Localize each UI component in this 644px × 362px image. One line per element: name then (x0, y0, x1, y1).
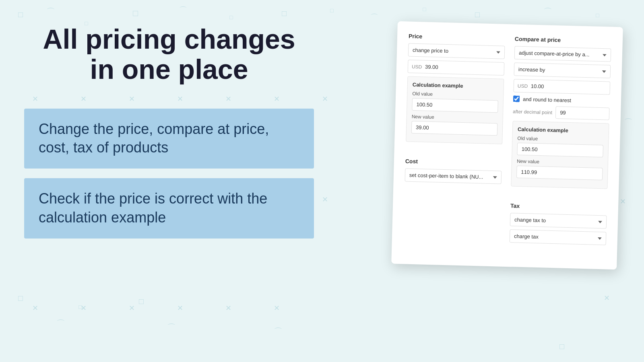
deco-cross-7: ✕ (322, 95, 328, 103)
price-calc-title: Calculation example (413, 82, 499, 90)
price-new-value[interactable] (411, 121, 498, 136)
deco-cross-19: ✕ (225, 304, 231, 313)
price-calc-section: Calculation example Old value New value (406, 76, 504, 144)
feature-box-2: Check if the price is correct with the c… (24, 178, 314, 239)
after-decimal-label: after decimal point (513, 109, 552, 115)
tax-section: Tax change tax to charge tax (509, 202, 607, 248)
deco-cross-15: ✕ (32, 304, 38, 313)
feature-text-2: Check if the price is correct with the c… (39, 189, 299, 227)
hero-title: All pricing changes in one place (24, 24, 314, 84)
price-new-label: New value (412, 114, 498, 122)
compare-amount-wrapper: USD (513, 79, 610, 95)
price-old-label: Old value (412, 91, 498, 99)
pricing-panel: Price change price to USD Calculation ex… (391, 21, 623, 269)
price-action-select[interactable]: change price to (408, 43, 505, 59)
feature-text-1: Change the price, compare at price, cost… (39, 120, 299, 158)
change-tax-select[interactable]: change tax to (510, 213, 607, 228)
price-section-title: Price (409, 33, 505, 41)
deco-square-sm-5: □ (596, 12, 599, 19)
round-row: and round to nearest (513, 95, 610, 104)
round-label: and round to nearest (523, 96, 571, 103)
compare-calc-title: Calculation example (518, 126, 604, 135)
compare-sub-select[interactable]: increase by (514, 62, 611, 78)
compare-new-label: New value (517, 158, 603, 167)
deco-cross-14: ✕ (322, 195, 328, 204)
deco-square-sm-2: □ (229, 14, 233, 21)
feature-box-1: Change the price, compare at price, cost… (24, 109, 314, 169)
deco-square-sm-3: □ (330, 7, 333, 14)
hero-section: All pricing changes in one place Change … (24, 24, 314, 248)
compare-section: Compare at price adjust compare-at-price… (511, 35, 611, 189)
deco-cross-r1: ✕ (604, 294, 610, 302)
cost-section: Cost set cost-per-item to blank (NU... (405, 158, 502, 187)
deco-arc-12: ⌒ (274, 326, 283, 338)
compare-new-value[interactable] (516, 166, 603, 181)
deco-square-2: □ (133, 8, 138, 19)
compare-amount-input[interactable] (513, 79, 610, 95)
price-old-value[interactable] (412, 98, 498, 113)
deco-square-sm-4: □ (423, 6, 426, 12)
deco-cross-18: ✕ (177, 304, 183, 313)
deco-square-5: □ (18, 294, 23, 303)
deco-arc-4: ⌒ (543, 6, 552, 18)
compare-old-value[interactable] (517, 143, 603, 158)
compare-currency-label: USD (518, 83, 528, 89)
deco-square-sm-6: □ (78, 304, 82, 310)
compare-section-title: Compare at price (515, 35, 611, 44)
deco-square-4: □ (475, 10, 480, 19)
compare-action-select[interactable]: adjust compare-at-price by a... (514, 46, 611, 62)
round-checkbox[interactable] (513, 95, 520, 102)
cost-action-select[interactable]: set cost-per-item to blank (NU... (405, 168, 502, 184)
price-amount-input[interactable] (408, 60, 505, 75)
deco-arc-11: ⌒ (167, 322, 176, 334)
deco-square-r1: □ (559, 342, 564, 351)
charge-tax-select[interactable]: charge tax (510, 229, 607, 245)
after-decimal-input[interactable] (555, 106, 610, 120)
compare-calc-section: Calculation example Old value New value (511, 121, 609, 189)
deco-square-3: □ (282, 9, 287, 18)
compare-old-label: Old value (517, 136, 603, 144)
deco-square-1: □ (18, 10, 23, 19)
deco-cross-r2: ✕ (620, 197, 626, 206)
deco-arc-10: ⌒ (56, 318, 65, 330)
price-currency-label: USD (412, 64, 422, 70)
price-amount-wrapper: USD (408, 60, 505, 75)
deco-arc-3: ⌒ (370, 12, 378, 23)
after-decimal-row: after decimal point (513, 105, 610, 120)
price-section: Price change price to USD Calculation ex… (406, 33, 505, 144)
deco-cross-17: ✕ (129, 304, 135, 313)
deco-arc-2: ⌒ (179, 5, 187, 16)
deco-cross-20: ✕ (274, 304, 280, 313)
deco-cross-16: ✕ (80, 304, 87, 313)
deco-arc-r1: ⌒ (624, 117, 633, 129)
deco-square-6: □ (139, 297, 144, 306)
deco-arc-1: ⌒ (46, 6, 55, 18)
